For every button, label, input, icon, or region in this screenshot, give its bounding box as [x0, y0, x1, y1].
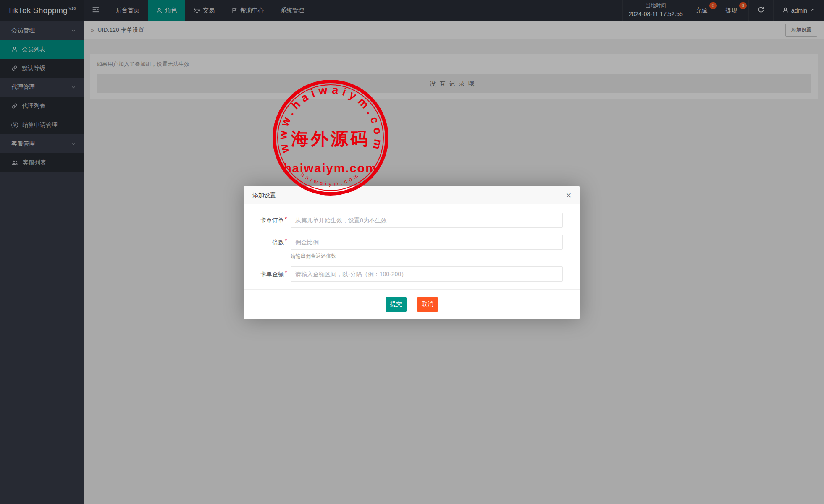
- modal-body: 卡单订单* 倍数* 请输出佣金返还倍数 卡单金额*: [244, 204, 580, 282]
- multiplier-input[interactable]: [291, 235, 563, 250]
- submit-button[interactable]: 提交: [386, 297, 407, 312]
- card-amount-label: 卡单金额*: [244, 266, 287, 282]
- add-setting-modal: 添加设置 × 卡单订单* 倍数* 请输出佣金返还倍数 卡单金额* 提交 取消: [244, 186, 580, 319]
- card-order-label: 卡单订单*: [244, 213, 287, 228]
- required-star: *: [285, 266, 287, 279]
- multiplier-help-text: 请输出佣金返还倍数: [291, 253, 580, 260]
- required-star: *: [285, 235, 287, 247]
- cancel-button[interactable]: 取消: [417, 297, 438, 312]
- card-amount-input[interactable]: [291, 266, 563, 282]
- required-star: *: [285, 213, 287, 225]
- form-row-multiplier: 倍数*: [244, 235, 580, 250]
- close-icon[interactable]: ×: [564, 190, 573, 201]
- multiplier-label: 倍数*: [244, 235, 287, 250]
- card-order-input[interactable]: [291, 213, 563, 228]
- form-row-card-order: 卡单订单*: [244, 213, 580, 228]
- modal-footer: 提交 取消: [244, 289, 580, 319]
- form-row-card-amount: 卡单金额*: [244, 266, 580, 282]
- modal-title: 添加设置: [244, 186, 580, 204]
